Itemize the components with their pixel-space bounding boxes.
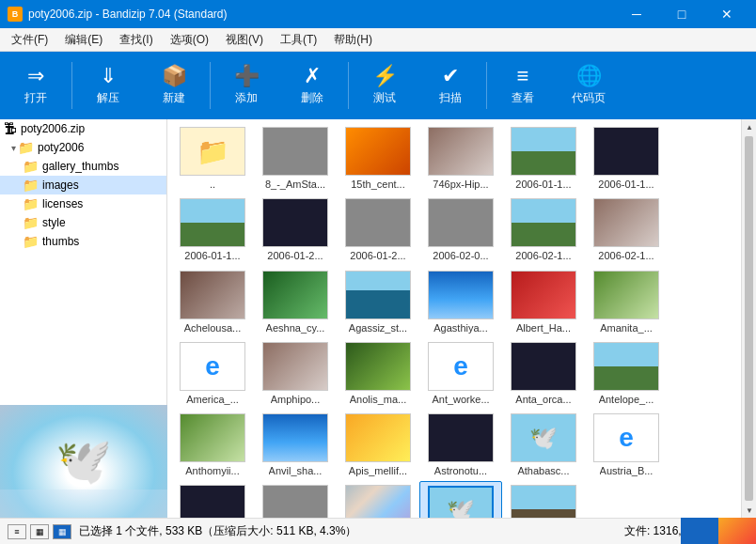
root-label: poty2006.zip	[21, 122, 85, 135]
file-item[interactable]: 📁..	[171, 123, 254, 194]
file-item[interactable]: 2006-01-1...	[502, 123, 585, 194]
file-item[interactable]: eAmerica_...	[171, 338, 254, 410]
file-item[interactable]: 🕊️Black-headed_Gull_-_St...	[419, 481, 502, 518]
scroll-down[interactable]: ▼	[742, 503, 756, 518]
toolbar-btn-测试[interactable]: ⚡测试	[353, 54, 417, 117]
file-grid: 📁..8_-_AmSta...15th_cent...746px-Hip...2…	[167, 119, 741, 518]
file-item[interactable]: 2006-02-1...	[502, 194, 585, 266]
file-item[interactable]: 2006-02-1...	[585, 194, 668, 266]
sidebar-item-images[interactable]: 📁images	[0, 176, 166, 194]
file-item[interactable]: 🕊️Athabasc...	[502, 410, 585, 481]
toolbar-icon-测试: ⚡	[372, 66, 398, 86]
sidebar-root[interactable]: 🗜poty2006.zip	[0, 119, 166, 138]
file-item[interactable]: eAnt_worke...	[419, 338, 502, 410]
file-item[interactable]: Anolis_ma...	[337, 338, 419, 410]
status-icon-3[interactable]: ▦	[53, 524, 71, 539]
file-item[interactable]: 746px-Hip...	[419, 123, 502, 194]
file-item[interactable]: Achelousa...	[171, 267, 254, 338]
app-icon: B	[8, 7, 23, 22]
file-item[interactable]: Agasthiya...	[419, 267, 502, 338]
expand-arrow: ▾	[11, 143, 16, 153]
folder-icon: 📁	[23, 159, 39, 174]
scroll-thumb[interactable]	[745, 136, 753, 501]
toolbar-btn-查看[interactable]: ≡查看	[491, 54, 555, 117]
folder-icon: 📁	[18, 140, 34, 155]
file-thumbnail	[180, 198, 245, 247]
file-item[interactable]: Amanita_...	[585, 267, 668, 338]
toolbar-label-添加: 添加	[235, 90, 258, 106]
file-item[interactable]: Anthomyii...	[171, 410, 254, 481]
toolbar-btn-打开[interactable]: ⇒打开	[4, 54, 68, 117]
file-item[interactable]: Amphipo...	[254, 338, 337, 410]
sidebar-item-poty2006[interactable]: ▾📁poty2006	[0, 138, 166, 157]
file-item[interactable]: 2006-02-0...	[419, 194, 502, 266]
file-name-label: Amanita_...	[600, 321, 653, 334]
file-thumbnail	[593, 271, 659, 319]
toolbar-icon-扫描: ✔	[442, 66, 459, 86]
maximize-button[interactable]: □	[660, 0, 703, 28]
corner-decoration	[681, 518, 756, 544]
file-item[interactable]: 15th_cent...	[337, 123, 419, 194]
file-thumbnail	[262, 127, 328, 176]
toolbar-btn-添加[interactable]: ➕添加	[214, 54, 278, 117]
toolbar-label-解压: 解压	[97, 90, 119, 106]
sidebar-item-style[interactable]: 📁style	[0, 213, 166, 232]
file-item[interactable]: Apis_mellif...	[337, 410, 419, 481]
folder-icon: 📁	[23, 215, 39, 230]
file-name-label: Achelousa...	[184, 321, 242, 334]
file-item[interactable]: 2006-01-1...	[585, 123, 668, 194]
menu-item-e[interactable]: 编辑(E)	[57, 30, 110, 50]
file-item[interactable]: Anvil_sha...	[254, 410, 337, 481]
file-item[interactable]: Boelge_st...	[502, 481, 585, 518]
file-item[interactable]: Anta_orca...	[502, 338, 585, 410]
file-item[interactable]: 2006-01-2...	[254, 194, 337, 266]
toolbar-icon-添加: ➕	[234, 66, 260, 86]
file-item[interactable]: Albert_Ha...	[502, 267, 585, 338]
sidebar-item-thumbs[interactable]: 📁thumbs	[0, 232, 166, 251]
file-item[interactable]: Antelope_...	[585, 338, 668, 410]
file-thumbnail	[345, 342, 411, 391]
file-item[interactable]: eAustria_B...	[585, 410, 668, 481]
file-item[interactable]: Agassiz_st...	[337, 267, 419, 338]
menu-item-f[interactable]: 文件(F)	[4, 30, 55, 50]
file-thumbnail	[262, 342, 328, 391]
toolbar-btn-扫描[interactable]: ✔扫描	[418, 54, 482, 117]
file-item[interactable]: Berlin_Wo...	[171, 481, 254, 518]
scrollbar[interactable]: ▲ ▼	[741, 119, 756, 518]
toolbar-btn-解压[interactable]: ⇓解压	[76, 54, 140, 117]
scroll-up[interactable]: ▲	[742, 119, 756, 134]
folder-icon: 📁	[23, 196, 39, 211]
status-icon-2[interactable]: ▦	[30, 524, 49, 539]
menu-item-o[interactable]: 选项(O)	[163, 30, 216, 50]
menu-item-i[interactable]: 查找(I)	[112, 30, 160, 50]
file-item[interactable]: Bill_Thom...	[254, 481, 337, 518]
file-item[interactable]: 2006-01-2...	[337, 194, 419, 266]
file-thumbnail	[180, 485, 245, 518]
close-button[interactable]: ✕	[705, 0, 748, 28]
file-thumbnail	[345, 127, 411, 176]
file-item[interactable]: 8_-_AmSta...	[254, 123, 337, 194]
file-name-label: Anta_orca...	[515, 393, 571, 406]
sidebar-item-licenses[interactable]: 📁licenses	[0, 194, 166, 213]
minimize-button[interactable]: ─	[615, 0, 658, 28]
sidebar-item-gallerythumbs[interactable]: 📁gallery_thumbs	[0, 157, 166, 176]
status-icon-1[interactable]: ≡	[8, 524, 26, 539]
toolbar-btn-新建[interactable]: 📦新建	[142, 54, 206, 117]
file-name-label: 15th_cent...	[351, 178, 405, 191]
file-item[interactable]: Aeshna_cy...	[254, 267, 337, 338]
file-item[interactable]: Bismuth_c...	[337, 481, 419, 518]
toolbar-btn-删除[interactable]: ✗删除	[280, 54, 344, 117]
file-name-label: Anvil_sha...	[269, 464, 323, 477]
menu-item-v[interactable]: 视图(V)	[218, 30, 271, 50]
toolbar-label-打开: 打开	[24, 90, 47, 106]
toolbar-label-代码页: 代码页	[572, 90, 606, 106]
file-content[interactable]: 📁..8_-_AmSta...15th_cent...746px-Hip...2…	[167, 119, 741, 518]
menu-item-h[interactable]: 帮助(H)	[326, 30, 380, 50]
file-thumbnail	[511, 271, 576, 319]
zip-icon: 🗜	[4, 121, 17, 136]
file-item[interactable]: 2006-01-1...	[171, 194, 254, 266]
toolbar-btn-代码页[interactable]: 🌐代码页	[557, 54, 621, 117]
menu-item-t[interactable]: 工具(T)	[273, 30, 324, 50]
file-thumbnail: 🕊️	[511, 413, 576, 462]
file-item[interactable]: Astronotu...	[419, 410, 502, 481]
